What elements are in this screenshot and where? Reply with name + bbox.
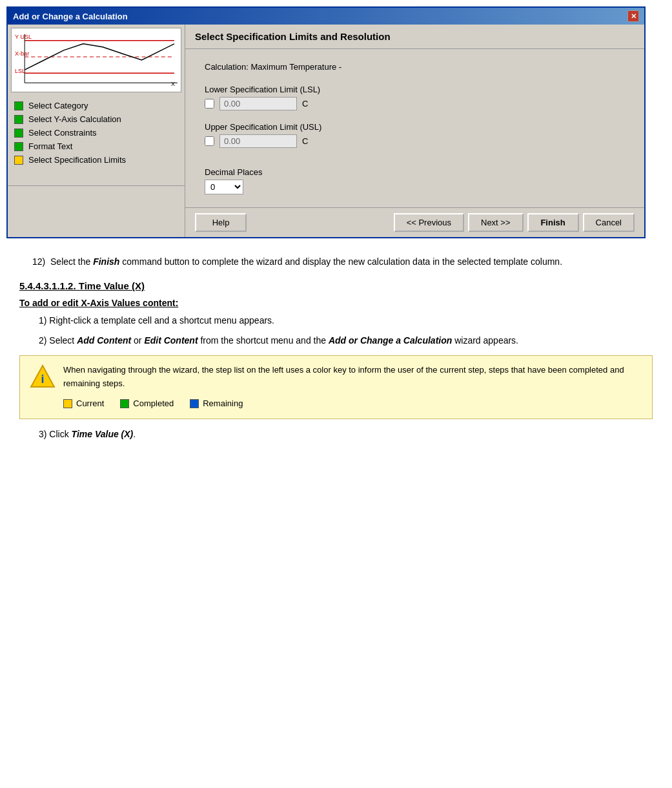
previous-button[interactable]: << Previous [394, 213, 464, 232]
dialog-title: Add or Change a Calculation [13, 12, 128, 21]
sub-heading: To add or edit X-Axis Values content: [19, 298, 653, 308]
dialog-window: Add or Change a Calculation ✕ Y USL X-ba… [6, 6, 646, 238]
usl-input[interactable] [219, 134, 297, 148]
usl-label: Upper Specification Limit (USL) [205, 122, 625, 132]
lsl-unit: C [302, 99, 308, 109]
svg-text:i: i [41, 373, 44, 386]
btn-group-right: << Previous Next >> Finish Cancel [394, 213, 635, 232]
step-label-1: Select Category [28, 101, 88, 110]
remaining-swatch [190, 399, 199, 408]
step-12-instruction: 12) Select the Finish command button to … [19, 254, 653, 269]
decimal-section: Decimal Places 0 1 2 3 [205, 167, 625, 194]
list-item-2-or: or [131, 335, 144, 346]
svg-text:X-bar: X-bar [15, 50, 29, 57]
help-button[interactable]: Help [195, 213, 247, 232]
section-heading: 5.4.4.3.1.1.2. Time Value (X) [19, 280, 653, 291]
list-item-3: 3) Click Time Value (X). [39, 427, 653, 441]
svg-text:Y USL: Y USL [15, 34, 32, 40]
color-key-current: Current [63, 397, 104, 411]
current-swatch [63, 399, 72, 408]
time-value-bold: Time Value (X) [72, 429, 134, 439]
list-item-2-prefix: Select [49, 335, 77, 346]
edit-content-bold: Edit Content [144, 335, 198, 346]
step-format-text: Format Text [14, 141, 178, 151]
lsl-input[interactable] [219, 97, 297, 110]
step-dot-4 [14, 142, 23, 151]
add-or-change-bold: Add or Change a Calculation [329, 335, 452, 346]
usl-group: Upper Specification Limit (USL) C [205, 122, 625, 148]
completed-swatch [120, 399, 129, 408]
lsl-group: Lower Specification Limit (LSL) C [205, 85, 625, 110]
calc-label: Calculation: Maximum Temperature - [205, 62, 625, 72]
step-label-4: Format Text [28, 141, 72, 151]
dialog-titlebar: Add or Change a Calculation ✕ [8, 8, 644, 25]
chart-svg: Y USL X-bar LSL X [12, 28, 181, 92]
dialog-body: Y USL X-bar LSL X [8, 25, 644, 237]
close-button[interactable]: ✕ [627, 10, 639, 22]
step-dot-2 [14, 115, 23, 124]
step-dot-3 [14, 129, 23, 138]
chart-area: Y USL X-bar LSL X [11, 28, 181, 92]
step-select-category: Select Category [14, 101, 178, 110]
step-12-num: 12) [32, 256, 48, 267]
list-item-1: 1) Right-click a template cell and a sho… [39, 313, 653, 327]
right-panel: Select Specification Limits and Resoluti… [185, 25, 644, 237]
completed-label: Completed [133, 397, 174, 411]
list-item-3-text: Click [49, 429, 71, 439]
color-key-completed: Completed [120, 397, 174, 411]
step-select-y-axis: Select Y-Axis Calculation [14, 114, 178, 124]
remaining-label: Remaining [203, 397, 243, 411]
current-label: Current [76, 397, 104, 411]
step-select-spec-limits: Select Specification Limits [14, 155, 178, 165]
usl-checkbox[interactable] [205, 136, 214, 146]
list-item-2: 2) Select Add Content or Edit Content fr… [39, 333, 653, 347]
right-content: Calculation: Maximum Temperature - Lower… [185, 49, 644, 207]
note-text: When navigating through the wizard, the … [63, 365, 624, 388]
lsl-checkbox[interactable] [205, 99, 214, 109]
add-content-bold: Add Content [77, 335, 131, 346]
step-12-text: Select the [50, 256, 93, 267]
dialog-buttons: Help << Previous Next >> Finish Cancel [185, 207, 644, 237]
lsl-label: Lower Specification Limit (LSL) [205, 85, 625, 94]
warning-icon: i [30, 364, 56, 389]
doc-content: 12) Select the Finish command button to … [6, 251, 666, 450]
usl-row: C [205, 134, 625, 148]
step-select-constraints: Select Constraints [14, 128, 178, 138]
usl-unit: C [302, 136, 308, 146]
right-header: Select Specification Limits and Resoluti… [185, 25, 644, 49]
finish-button[interactable]: Finish [527, 213, 579, 232]
step-12-rest: command button to complete the wizard an… [119, 256, 562, 267]
decimal-label: Decimal Places [205, 167, 625, 177]
steps-list: Select Category Select Y-Axis Calculatio… [8, 96, 185, 185]
step-dot-1 [14, 101, 23, 110]
note-text-content: When navigating through the wizard, the … [63, 364, 642, 410]
list-item-2-end: wizard appears. [452, 335, 518, 346]
left-panel: Y USL X-bar LSL X [8, 25, 185, 237]
svg-text:LSL: LSL [15, 68, 25, 74]
note-box: i When navigating through the wizard, th… [19, 355, 653, 419]
list-item-1-text: Right-click a template cell and a shortc… [49, 315, 274, 326]
note-icon: i [30, 364, 56, 389]
step-dot-5 [14, 156, 23, 165]
left-panel-bottom [8, 185, 185, 237]
step-12-bold: Finish [93, 256, 119, 267]
color-key: Current Completed Remaining [63, 397, 642, 411]
cancel-button[interactable]: Cancel [583, 213, 635, 232]
svg-text:X: X [171, 81, 175, 87]
right-header-title: Select Specification Limits and Resoluti… [195, 31, 391, 42]
step-label-5: Select Specification Limits [28, 155, 126, 165]
next-button[interactable]: Next >> [468, 213, 524, 232]
list-item-3-end: . [133, 429, 136, 439]
list-item-2-mid2: from the shortcut menu and the [198, 335, 329, 346]
decimal-select[interactable]: 0 1 2 3 [205, 180, 243, 194]
lsl-row: C [205, 97, 625, 110]
step-label-2: Select Y-Axis Calculation [28, 114, 121, 124]
step-label-3: Select Constraints [28, 128, 97, 138]
color-key-remaining: Remaining [190, 397, 243, 411]
